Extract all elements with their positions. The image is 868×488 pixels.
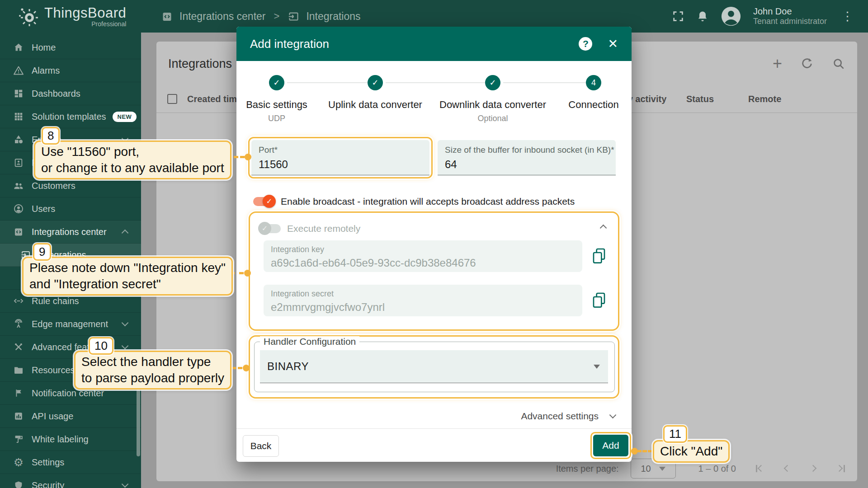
sidebar-item-home[interactable]: Home [0,36,141,59]
advanced-settings-toggle[interactable]: Advanced settings [521,411,615,422]
notifications-bell-icon[interactable] [696,10,709,23]
buffer-size-label: Size of the buffer for inbound socket (i… [445,145,614,155]
gear-icon: ⚙ [13,456,24,468]
handler-configuration-legend: Handler Configuration [260,336,359,347]
dialog-footer: Back Add [236,428,632,462]
integration-secret-label: Integration secret [271,289,334,299]
breadcrumb-section[interactable]: Integrations center [179,10,266,23]
collapse-chevron-up-icon[interactable] [600,225,607,232]
edge-antenna-icon [13,318,24,330]
items-per-page-label: Items per page: [556,464,619,474]
enable-broadcast-toggle[interactable]: ✓ [253,197,274,206]
handler-type-select[interactable]: BINARY [260,350,608,383]
step-4-label[interactable]: Connection [568,99,618,111]
column-created-time[interactable]: Created time [187,94,242,104]
chevron-down-icon [122,481,129,488]
folder-icon [13,364,24,376]
select-caret-icon [594,365,600,369]
search-icon[interactable] [832,57,845,70]
column-remote[interactable]: Remote [748,94,781,104]
sidebar-scrollbar[interactable] [137,389,140,456]
sidebar-item-api-usage[interactable]: API usage [0,405,141,428]
user-block[interactable]: John Doe Tenant administrator [753,6,827,27]
sidebar-item-users[interactable]: Users [0,197,141,221]
annotation-8-dot [245,154,251,160]
port-value: 11560 [259,158,288,171]
annotation-11-connector [637,450,652,452]
add-button[interactable]: Add [593,435,628,456]
annotation-10-box: Select the handler type to parse payload… [74,351,231,389]
step-4-number-icon[interactable]: 4 [586,75,601,90]
sidebar-item-solution-templates[interactable]: Solution templates NEW [0,105,141,128]
step-1-done-icon[interactable]: ✓ [269,75,284,90]
copy-key-icon[interactable] [592,248,606,265]
logo-title: ThingsBoard [44,5,126,21]
select-caret-icon [659,467,665,471]
dialog-header: Add integration ? ✕ [236,27,632,61]
avatar[interactable] [721,6,741,27]
copy-secret-icon[interactable] [592,292,606,309]
last-page-icon [835,463,847,474]
first-page-icon [754,463,766,474]
kebab-menu-icon[interactable]: ⋮ [839,9,856,23]
chevron-up-icon [122,230,129,237]
sidebar-item-dashboards[interactable]: Dashboards [0,82,141,105]
add-button-highlight: Add [590,432,631,459]
entities-icon [13,134,24,145]
rule-chains-icon [13,295,24,307]
execute-remotely-label: Execute remotely [287,223,360,234]
buffer-size-value: 64 [445,158,457,171]
sidebar-item-settings[interactable]: ⚙ Settings [0,451,141,474]
flag-icon [13,387,24,399]
annotation-9-badge: 9 [33,243,51,261]
help-icon[interactable]: ? [579,37,592,51]
close-icon[interactable]: ✕ [608,37,618,51]
paint-roller-icon [13,433,24,445]
step-2-label[interactable]: Uplink data converter [328,99,422,111]
user-name: John Doe [753,6,827,17]
logo-subtitle: Professional [44,20,126,28]
customers-icon [13,180,24,192]
sidebar-item-integrations-center[interactable]: Integrations center [0,221,141,244]
integrations-center-icon [161,10,173,23]
alarm-warning-icon [13,65,24,76]
step-3-sublabel: Optional [477,114,508,123]
annotation-11-box: Click "Add" [653,440,730,463]
sidebar-item-edge-management[interactable]: Edge management [0,313,141,336]
select-all-checkbox[interactable] [167,94,177,104]
sidebar-item-white-labeling[interactable]: White labeling [0,428,141,451]
annotation-8-box: Use "11560" port, or change it to any av… [34,141,231,179]
breadcrumb-separator: > [274,10,280,22]
add-integration-icon[interactable]: + [773,56,782,72]
new-badge: NEW [113,112,137,122]
fullscreen-icon[interactable] [672,10,684,23]
step-2-done-icon[interactable]: ✓ [368,75,383,90]
step-1-label[interactable]: Basic settings [246,99,307,111]
column-status[interactable]: Status [686,94,714,104]
refresh-icon[interactable] [800,57,814,70]
port-field[interactable]: Port* 11560 [251,140,429,175]
back-button[interactable]: Back [243,435,279,457]
port-label: Port* [259,145,278,155]
sidebar-item-alarms[interactable]: Alarms [0,59,141,82]
logo[interactable]: ThingsBoard Professional [0,5,141,28]
step-3-label[interactable]: Downlink data converter [439,99,546,111]
chevron-down-icon [122,343,129,350]
handler-type-value: BINARY [267,360,309,373]
enable-broadcast-label: Enable broadcast - integration will acce… [281,196,575,207]
add-integration-dialog: Add integration ? ✕ ✓ ✓ ✓ 4 Basic settin… [236,27,632,462]
dashboards-icon [13,88,24,99]
breadcrumb-page[interactable]: Integrations [306,10,360,23]
chevron-down-icon [609,411,617,418]
annotation-11-badge: 11 [663,425,687,443]
step-3-done-icon[interactable]: ✓ [485,75,500,90]
user-role: Tenant administrator [753,17,827,27]
user-circle-icon [13,203,24,215]
sidebar-item-security[interactable]: Security [0,474,141,488]
next-page-icon [808,463,820,474]
chart-icon [13,410,24,422]
annotation-8-badge: 8 [42,127,60,145]
buffer-size-field[interactable]: Size of the buffer for inbound socket (i… [438,140,616,175]
integration-secret-value: e2mmrvgmgjvcfwo7ynrl [271,301,385,314]
toggle-check-icon: ✓ [258,222,271,235]
